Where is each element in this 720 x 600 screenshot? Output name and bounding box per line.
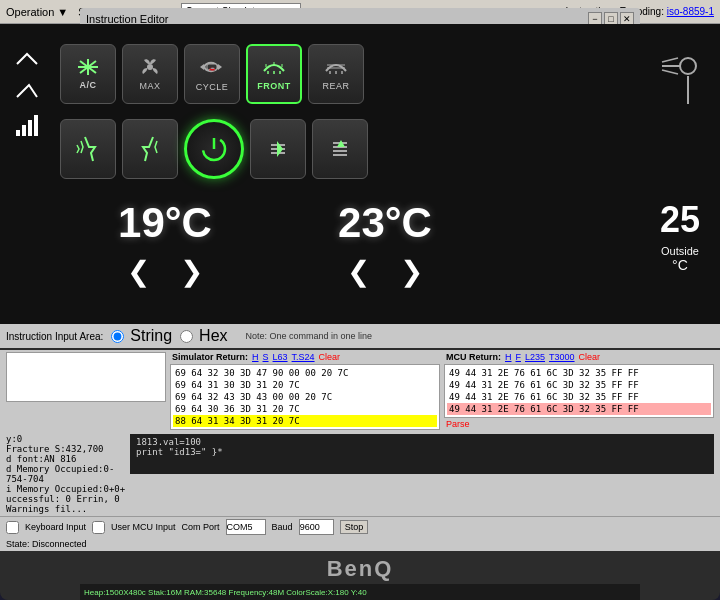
outside-label: Outside xyxy=(660,245,700,257)
power-button[interactable] xyxy=(184,119,244,179)
fan-low-icon xyxy=(12,44,47,69)
benq-logo: BenQ xyxy=(327,556,394,582)
sim-line-0: 69 64 32 30 3D 47 90 00 00 20 7C xyxy=(173,367,437,379)
left-status-panel: y:0 Fracture S:432,700 d font:AN 816 d M… xyxy=(6,434,126,514)
string-radio[interactable] xyxy=(111,330,124,343)
fan-mid-icon xyxy=(12,77,47,102)
monitor-outer: Instruction Editor − □ ✕ Operation ▼ Sen… xyxy=(0,0,720,600)
status-font: d font:AN 816 xyxy=(6,454,126,464)
mcu-f-link[interactable]: F xyxy=(516,352,522,362)
seat-heat-left-icon xyxy=(73,133,103,165)
temp-left-arrows: ❮ ❯ xyxy=(127,255,203,288)
stop-button[interactable]: Stop xyxy=(340,520,369,534)
svg-point-26 xyxy=(680,58,696,74)
mcu-line-1: 49 44 31 2E 76 61 6C 3D 32 35 FF FF xyxy=(447,379,711,391)
status-controls-row: y:0 Fracture S:432,700 d font:AN 816 d M… xyxy=(0,432,720,516)
cycle-label: CYCLE xyxy=(196,82,229,92)
svg-rect-3 xyxy=(34,115,38,136)
mcu-return-label: MCU Return: xyxy=(446,352,501,362)
seat-heat-right-button[interactable] xyxy=(122,119,178,179)
encoding-value: iso-8859-1 xyxy=(667,6,714,17)
sim-s-link[interactable]: S xyxy=(263,352,269,362)
fan-bars-icon xyxy=(12,110,47,140)
user-mcu-input-checkbox[interactable] xyxy=(92,521,105,534)
rear-button[interactable]: REAR xyxy=(308,44,364,104)
baud-label: Baud xyxy=(272,522,293,532)
script-panel: 1813.val=100 print "id13=" }* xyxy=(130,434,714,514)
mcu-line-0: 49 44 31 2E 76 61 6C 3D 32 35 FF FF xyxy=(447,367,711,379)
baud-input[interactable] xyxy=(299,519,334,535)
mcu-return-content[interactable]: 49 44 31 2E 76 61 6C 3D 32 35 FF FF 49 4… xyxy=(444,364,714,418)
com-port-label: Com Port xyxy=(182,522,220,532)
panels-row: Simulator Return: H S L63 T.S24 Clear 69… xyxy=(0,350,720,432)
status-y: y:0 xyxy=(6,434,126,444)
mcu-return-panel: MCU Return: H F L235 T3000 Clear 49 44 3… xyxy=(444,352,714,430)
string-radio-group: String xyxy=(111,327,172,345)
ac-button[interactable]: A/C xyxy=(60,44,116,104)
status-mem2: i Memory Occupied:0+0+ xyxy=(6,484,126,494)
sim-clear-button[interactable]: Clear xyxy=(319,352,341,362)
simulator-return-content[interactable]: 69 64 32 30 3D 47 90 00 00 20 7C 69 64 3… xyxy=(170,364,440,430)
svg-rect-2 xyxy=(28,120,32,136)
svg-line-28 xyxy=(662,58,678,62)
temp-left-up-arrow[interactable]: ❯ xyxy=(180,255,203,288)
seat-heat-left-button[interactable] xyxy=(60,119,116,179)
operation-label[interactable]: Operation ▼ xyxy=(6,6,68,18)
mcu-t3000-link[interactable]: T3000 xyxy=(549,352,575,362)
sim-h-link[interactable]: H xyxy=(252,352,259,362)
mcu-h-link[interactable]: H xyxy=(505,352,512,362)
outside-temp-value: 25 xyxy=(660,199,700,241)
snowflake-icon xyxy=(77,58,99,76)
outside-temp-block: 25 Outside °C xyxy=(660,199,700,273)
hex-radio-group: Hex xyxy=(180,327,227,345)
temp-left-down-arrow[interactable]: ❮ xyxy=(127,255,150,288)
svg-text:🚗: 🚗 xyxy=(209,65,216,72)
max-button[interactable]: MAX xyxy=(122,44,178,104)
cycle-button[interactable]: 🚗 CYCLE xyxy=(184,44,240,104)
com-port-input[interactable] xyxy=(226,519,266,535)
instruction-input-panel xyxy=(6,352,166,430)
mcu-line-2: 49 44 31 2E 76 61 6C 3D 32 35 FF FF xyxy=(447,391,711,403)
temp-right-block: 23°C ❮ ❯ xyxy=(338,199,432,288)
outside-unit: °C xyxy=(660,257,700,273)
hvac-top-buttons: A/C MAX xyxy=(60,44,364,104)
ac-label: A/C xyxy=(80,80,97,90)
hvac-bottom-buttons xyxy=(60,119,368,179)
airflow-mode1-icon xyxy=(263,133,293,165)
fog-light-svg xyxy=(660,54,700,104)
front-label: FRONT xyxy=(257,81,291,91)
rear-defrost-icon xyxy=(322,57,350,77)
keyboard-input-checkbox[interactable] xyxy=(6,521,19,534)
fan-icon xyxy=(139,57,161,77)
temp-right-down-arrow[interactable]: ❮ xyxy=(347,255,370,288)
sim-line-2: 69 64 32 43 3D 43 00 00 20 7C xyxy=(173,391,437,403)
left-indicators xyxy=(12,44,47,140)
sim-l63-link[interactable]: L63 xyxy=(273,352,288,362)
hex-radio[interactable] xyxy=(180,330,193,343)
script-output-area[interactable]: 1813.val=100 print "id13=" }* xyxy=(130,434,714,474)
front-button[interactable]: FRONT xyxy=(246,44,302,104)
svg-rect-0 xyxy=(16,130,20,136)
instruction-input-area[interactable] xyxy=(6,352,166,402)
screen-statusbar: Heap:1500X480c Stak:16M RAM:35648 Freque… xyxy=(80,584,640,600)
mcu-return-header: MCU Return: H F L235 T3000 Clear xyxy=(444,352,714,362)
simulator-return-label: Simulator Return: xyxy=(172,352,248,362)
bottom-bar: Keyboard Input User MCU Input Com Port B… xyxy=(0,516,720,537)
sim-line-3: 69 64 30 36 3D 31 20 7C xyxy=(173,403,437,415)
script-line-2: print "id13=" }* xyxy=(136,447,708,457)
mcu-l235-link[interactable]: L235 xyxy=(525,352,545,362)
script-line-1: 1813.val=100 xyxy=(136,437,708,447)
svg-line-29 xyxy=(662,70,678,74)
instruction-input-row: Instruction Input Area: String Hex Note:… xyxy=(0,324,720,348)
sim-t524-link[interactable]: T.S24 xyxy=(292,352,315,362)
airflow-mode1-button[interactable] xyxy=(250,119,306,179)
temp-left-block: 19°C ❮ ❯ xyxy=(118,199,212,288)
fog-light-icon xyxy=(660,54,700,111)
temp-right-up-arrow[interactable]: ❯ xyxy=(400,255,423,288)
keyboard-input-label: Keyboard Input xyxy=(25,522,86,532)
string-radio-label: String xyxy=(130,327,172,345)
mcu-clear-button[interactable]: Clear xyxy=(579,352,601,362)
svg-rect-1 xyxy=(22,125,26,136)
airflow-mode2-button[interactable] xyxy=(312,119,368,179)
simulator-return-panel: Simulator Return: H S L63 T.S24 Clear 69… xyxy=(170,352,440,430)
